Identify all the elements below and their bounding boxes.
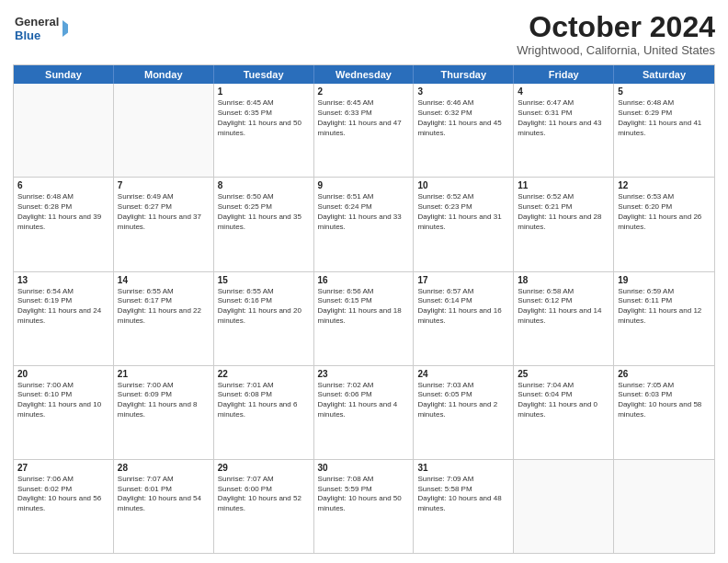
day-cell-5: 5Sunrise: 6:48 AMSunset: 6:29 PMDaylight… [614, 84, 714, 177]
day-info: Sunrise: 6:52 AMSunset: 6:21 PMDaylight:… [518, 192, 609, 232]
day-info: Sunrise: 7:02 AMSunset: 6:06 PMDaylight:… [318, 381, 410, 420]
day-number: 9 [318, 180, 410, 190]
header-day-tuesday: Tuesday [214, 65, 314, 84]
day-number: 16 [318, 275, 410, 285]
day-cell-9: 9Sunrise: 6:51 AMSunset: 6:24 PMDaylight… [314, 178, 415, 270]
day-cell-14: 14Sunrise: 6:55 AMSunset: 6:17 PMDayligh… [114, 272, 214, 365]
calendar: SundayMondayTuesdayWednesdayThursdayFrid… [13, 64, 715, 554]
day-cell-12: 12Sunrise: 6:53 AMSunset: 6:20 PMDayligh… [614, 178, 714, 270]
calendar-body: 1Sunrise: 6:45 AMSunset: 6:35 PMDaylight… [14, 84, 714, 553]
day-cell-10: 10Sunrise: 6:52 AMSunset: 6:23 PMDayligh… [414, 178, 514, 270]
day-number: 15 [218, 275, 310, 285]
day-cell-7: 7Sunrise: 6:49 AMSunset: 6:27 PMDaylight… [114, 178, 214, 270]
day-cell-8: 8Sunrise: 6:50 AMSunset: 6:25 PMDaylight… [214, 178, 314, 270]
day-number: 4 [518, 86, 609, 97]
day-number: 20 [17, 369, 109, 379]
svg-text:General: General [15, 15, 59, 29]
day-cell-22: 22Sunrise: 7:01 AMSunset: 6:08 PMDayligh… [214, 366, 314, 459]
empty-cell [114, 84, 214, 177]
day-number: 5 [618, 86, 711, 97]
day-info: Sunrise: 6:55 AMSunset: 6:17 PMDaylight:… [118, 287, 210, 327]
header-day-sunday: Sunday [14, 65, 114, 84]
day-cell-15: 15Sunrise: 6:55 AMSunset: 6:16 PMDayligh… [214, 272, 314, 365]
day-cell-2: 2Sunrise: 6:45 AMSunset: 6:33 PMDaylight… [314, 84, 415, 177]
calendar-week-5: 27Sunrise: 7:06 AMSunset: 6:02 PMDayligh… [14, 459, 714, 553]
day-cell-18: 18Sunrise: 6:58 AMSunset: 6:12 PMDayligh… [514, 272, 614, 365]
day-number: 22 [218, 369, 310, 379]
empty-cell [14, 84, 114, 177]
day-info: Sunrise: 7:01 AMSunset: 6:08 PMDaylight:… [218, 381, 310, 420]
day-cell-23: 23Sunrise: 7:02 AMSunset: 6:06 PMDayligh… [314, 366, 415, 459]
header-day-monday: Monday [114, 65, 214, 84]
day-number: 25 [518, 369, 609, 379]
header-day-saturday: Saturday [614, 65, 714, 84]
day-info: Sunrise: 7:07 AMSunset: 6:00 PMDaylight:… [218, 475, 310, 514]
calendar-week-1: 1Sunrise: 6:45 AMSunset: 6:35 PMDaylight… [14, 84, 714, 177]
header: General Blue October 2024 Wrightwood, Ca… [13, 11, 715, 57]
day-info: Sunrise: 6:59 AMSunset: 6:11 PMDaylight:… [618, 287, 711, 327]
day-cell-4: 4Sunrise: 6:47 AMSunset: 6:31 PMDaylight… [514, 84, 614, 177]
day-cell-19: 19Sunrise: 6:59 AMSunset: 6:11 PMDayligh… [614, 272, 714, 365]
day-info: Sunrise: 6:45 AMSunset: 6:33 PMDaylight:… [318, 98, 410, 138]
day-cell-16: 16Sunrise: 6:56 AMSunset: 6:15 PMDayligh… [314, 272, 415, 365]
day-number: 19 [618, 275, 711, 285]
day-cell-1: 1Sunrise: 6:45 AMSunset: 6:35 PMDaylight… [214, 84, 314, 177]
day-number: 3 [417, 86, 509, 97]
day-info: Sunrise: 7:08 AMSunset: 5:59 PMDaylight:… [318, 475, 410, 514]
day-info: Sunrise: 7:07 AMSunset: 6:01 PMDaylight:… [118, 475, 210, 514]
day-number: 18 [518, 275, 609, 285]
day-number: 8 [218, 180, 310, 190]
day-number: 28 [118, 463, 210, 473]
day-info: Sunrise: 6:56 AMSunset: 6:15 PMDaylight:… [318, 287, 410, 327]
day-number: 14 [118, 275, 210, 285]
calendar-week-3: 13Sunrise: 6:54 AMSunset: 6:19 PMDayligh… [14, 271, 714, 365]
day-number: 31 [417, 463, 509, 473]
day-number: 17 [417, 275, 509, 285]
day-info: Sunrise: 7:09 AMSunset: 5:58 PMDaylight:… [417, 475, 509, 514]
day-cell-3: 3Sunrise: 6:46 AMSunset: 6:32 PMDaylight… [414, 84, 514, 177]
day-number: 1 [218, 86, 310, 97]
day-info: Sunrise: 6:58 AMSunset: 6:12 PMDaylight:… [518, 287, 609, 327]
day-info: Sunrise: 7:00 AMSunset: 6:09 PMDaylight:… [118, 381, 210, 420]
day-number: 12 [618, 180, 711, 190]
empty-cell [514, 460, 614, 553]
day-cell-20: 20Sunrise: 7:00 AMSunset: 6:10 PMDayligh… [14, 366, 114, 459]
calendar-week-4: 20Sunrise: 7:00 AMSunset: 6:10 PMDayligh… [14, 365, 714, 459]
day-cell-13: 13Sunrise: 6:54 AMSunset: 6:19 PMDayligh… [14, 272, 114, 365]
day-info: Sunrise: 7:05 AMSunset: 6:03 PMDaylight:… [618, 381, 711, 420]
day-cell-29: 29Sunrise: 7:07 AMSunset: 6:00 PMDayligh… [214, 460, 314, 553]
header-day-thursday: Thursday [414, 65, 514, 84]
day-number: 10 [417, 180, 509, 190]
day-cell-25: 25Sunrise: 7:04 AMSunset: 6:04 PMDayligh… [514, 366, 614, 459]
title-block: October 2024 Wrightwood, California, Uni… [517, 11, 715, 57]
day-info: Sunrise: 6:54 AMSunset: 6:19 PMDaylight:… [17, 287, 109, 327]
day-cell-11: 11Sunrise: 6:52 AMSunset: 6:21 PMDayligh… [514, 178, 614, 270]
day-info: Sunrise: 7:06 AMSunset: 6:02 PMDaylight:… [17, 475, 109, 514]
day-cell-6: 6Sunrise: 6:48 AMSunset: 6:28 PMDaylight… [14, 178, 114, 270]
day-cell-26: 26Sunrise: 7:05 AMSunset: 6:03 PMDayligh… [614, 366, 714, 459]
day-number: 23 [318, 369, 410, 379]
day-info: Sunrise: 6:52 AMSunset: 6:23 PMDaylight:… [417, 192, 509, 232]
day-info: Sunrise: 7:04 AMSunset: 6:04 PMDaylight:… [518, 381, 609, 420]
day-number: 13 [17, 275, 109, 285]
day-info: Sunrise: 6:55 AMSunset: 6:16 PMDaylight:… [218, 287, 310, 327]
logo: General Blue [13, 11, 68, 46]
day-info: Sunrise: 6:48 AMSunset: 6:29 PMDaylight:… [618, 98, 711, 138]
title-month: October 2024 [517, 11, 715, 43]
day-number: 30 [318, 463, 410, 473]
day-info: Sunrise: 7:00 AMSunset: 6:10 PMDaylight:… [17, 381, 109, 420]
day-number: 21 [118, 369, 210, 379]
day-number: 7 [118, 180, 210, 190]
day-info: Sunrise: 6:51 AMSunset: 6:24 PMDaylight:… [318, 192, 410, 232]
day-info: Sunrise: 6:57 AMSunset: 6:14 PMDaylight:… [417, 287, 509, 327]
header-day-friday: Friday [514, 65, 614, 84]
day-info: Sunrise: 6:45 AMSunset: 6:35 PMDaylight:… [218, 98, 310, 138]
day-number: 11 [518, 180, 609, 190]
day-cell-31: 31Sunrise: 7:09 AMSunset: 5:58 PMDayligh… [414, 460, 514, 553]
day-cell-28: 28Sunrise: 7:07 AMSunset: 6:01 PMDayligh… [114, 460, 214, 553]
day-cell-21: 21Sunrise: 7:00 AMSunset: 6:09 PMDayligh… [114, 366, 214, 459]
calendar-week-2: 6Sunrise: 6:48 AMSunset: 6:28 PMDaylight… [14, 177, 714, 270]
day-info: Sunrise: 6:53 AMSunset: 6:20 PMDaylight:… [618, 192, 711, 232]
day-number: 26 [618, 369, 711, 379]
day-cell-30: 30Sunrise: 7:08 AMSunset: 5:59 PMDayligh… [314, 460, 415, 553]
